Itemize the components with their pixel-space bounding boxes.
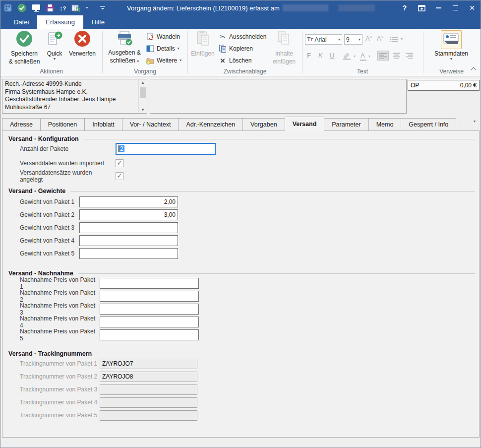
titlebar: ↕? ▾ Vorgang ändern: Lieferschein (LI210… bbox=[0, 0, 481, 15]
font-color-button[interactable]: A bbox=[361, 52, 365, 59]
bold-button[interactable]: F bbox=[307, 52, 311, 59]
save-icon[interactable] bbox=[46, 4, 54, 12]
highlight-button[interactable] bbox=[342, 52, 353, 62]
qat-dropdown-icon[interactable]: ▾ bbox=[86, 6, 88, 10]
qat-customize-icon[interactable] bbox=[100, 5, 105, 10]
address-scrollbar[interactable]: ▲ ▼ bbox=[138, 79, 147, 113]
nachnahme-paket-4-input[interactable] bbox=[100, 317, 199, 327]
versanddaten-importiert-row: Versanddaten wurden importiert ✓ bbox=[20, 157, 123, 169]
op-value: 0,00 € bbox=[460, 82, 477, 89]
group-caption-text: Text bbox=[302, 68, 423, 75]
tracking-row: Trackingnummer von Paket 5 bbox=[20, 409, 197, 421]
loeschen-button[interactable]: ✕ Löschen bbox=[219, 57, 251, 64]
weitere-button[interactable]: Weitere ▾ bbox=[146, 57, 181, 64]
tab-versand[interactable]: Versand bbox=[285, 117, 325, 131]
gewicht-paket-2-input[interactable] bbox=[79, 209, 178, 220]
minimize-button[interactable] bbox=[430, 0, 447, 15]
tab-vorgaben[interactable]: Vorgaben bbox=[242, 118, 285, 131]
gewicht-paket-4-input[interactable] bbox=[79, 235, 178, 246]
folder-plus-icon bbox=[146, 57, 154, 64]
details-icon bbox=[146, 45, 154, 53]
versanddaten-importiert-checkbox[interactable]: ✓ bbox=[116, 159, 123, 167]
versand-panel: Versand - Konfiguration Anzahl der Paket… bbox=[2, 130, 480, 438]
tab-adr-kennzeichen[interactable]: Adr.-Kennzeichen bbox=[178, 118, 243, 131]
versanddatensaetze-angelegt-checkbox[interactable]: ✓ bbox=[116, 172, 123, 180]
address-text: Rech.-Adresse 49999-Kunde Firma Systemha… bbox=[2, 79, 138, 113]
inhalte-einfuegen-button[interactable]: Inhalte einfügen bbox=[269, 30, 299, 65]
table-refresh-icon[interactable] bbox=[71, 4, 80, 12]
close-button[interactable]: ✕ bbox=[464, 0, 481, 15]
nachnahme-row: Nachnahme Preis von Paket 1 bbox=[20, 277, 199, 289]
tracking-row: Trackingnummer von Paket 3 bbox=[20, 384, 197, 395]
save-close-icon bbox=[16, 30, 33, 49]
tab-vor-nachtext[interactable]: Vor- / Nachtext bbox=[122, 118, 179, 131]
nachnahme-row: Nachnahme Preis von Paket 3 bbox=[20, 303, 199, 315]
confirm-icon[interactable] bbox=[17, 3, 26, 12]
menu-tab-erfassung[interactable]: Erfassung bbox=[37, 15, 83, 29]
tab-positionen[interactable]: Positionen bbox=[40, 118, 85, 131]
kopieren-button[interactable]: Kopieren bbox=[219, 45, 253, 53]
einfuegen-button[interactable]: Einfügen bbox=[189, 30, 217, 57]
tab-parameter[interactable]: Parameter bbox=[324, 118, 368, 131]
italic-button[interactable]: K bbox=[318, 52, 323, 59]
font-icon: Tr bbox=[307, 36, 313, 43]
list-button[interactable] bbox=[390, 36, 398, 45]
window-title: Vorgang ändern: Lieferschein (LI2100019)… bbox=[127, 4, 280, 12]
tab-gesperrt-info[interactable]: Gesperrt / Info bbox=[401, 118, 456, 131]
gewicht-paket-1-input[interactable] bbox=[79, 196, 178, 207]
tracking-paket-5-input bbox=[100, 410, 197, 421]
verwerfen-button[interactable]: Verwerfen bbox=[64, 30, 101, 57]
copy-icon bbox=[219, 45, 227, 53]
ausgeben-schliessen-button[interactable]: Ausgeben & schließen ▾ bbox=[107, 30, 142, 64]
tab-overflow-icon[interactable]: ▾ bbox=[474, 119, 476, 124]
discard-icon bbox=[74, 30, 91, 49]
nachnahme-paket-1-input[interactable] bbox=[100, 278, 199, 289]
paste-icon bbox=[195, 30, 210, 49]
dock-window-button[interactable] bbox=[413, 0, 430, 15]
font-color-dropdown-icon[interactable]: ▾ bbox=[368, 55, 370, 59]
menu-tab-datei[interactable]: Datei bbox=[5, 15, 37, 29]
save-close-button[interactable]: Speichern & schließen bbox=[4, 30, 44, 65]
anzahl-pakete-input[interactable]: 2 bbox=[116, 143, 216, 155]
grow-font-button[interactable]: A˄ bbox=[365, 35, 372, 42]
help-button[interactable]: ? bbox=[396, 0, 413, 15]
align-center-button[interactable] bbox=[391, 51, 402, 61]
ausschneiden-button[interactable]: ✂ Ausschneiden bbox=[219, 33, 266, 41]
redacted-time bbox=[338, 4, 375, 11]
gewicht-paket-5-input[interactable] bbox=[79, 248, 178, 259]
list-dropdown-icon[interactable]: ▾ bbox=[401, 37, 403, 41]
stammdaten-button[interactable]: Stammdaten ▾ bbox=[431, 30, 472, 61]
section-gewichte-header: Versand - Gewichte bbox=[2, 187, 475, 195]
details-button[interactable]: Details ▾ bbox=[146, 45, 180, 53]
scroll-thumb[interactable] bbox=[140, 87, 146, 98]
tab-memo[interactable]: Memo bbox=[368, 118, 402, 131]
nachnahme-paket-2-input[interactable] bbox=[100, 291, 199, 302]
redacted-date bbox=[283, 4, 328, 11]
scroll-up-icon[interactable]: ▲ bbox=[139, 80, 147, 85]
nachnahme-row: Nachnahme Preis von Paket 5 bbox=[20, 329, 199, 341]
font-name-select[interactable]: Tr Arial ▾ bbox=[305, 34, 342, 45]
wandeln-button[interactable]: Wandeln bbox=[146, 33, 180, 41]
nachnahme-paket-3-input[interactable] bbox=[100, 304, 199, 315]
nachnahme-paket-5-input[interactable] bbox=[100, 329, 199, 340]
quick-access-toolbar: ↕? ▾ bbox=[0, 3, 105, 12]
underline-button[interactable]: U bbox=[330, 52, 334, 59]
highlight-dropdown-icon[interactable]: ▾ bbox=[354, 55, 356, 59]
tab-adresse[interactable]: Adresse bbox=[2, 118, 41, 131]
maximize-button[interactable] bbox=[447, 0, 464, 15]
gewicht-paket-3-input[interactable] bbox=[79, 222, 178, 233]
monitor-icon[interactable] bbox=[32, 4, 41, 12]
ribbon-group-vorgang: Ausgeben & schließen ▾ Wandeln Details ▾… bbox=[103, 29, 187, 76]
menu-tab-hilfe[interactable]: Hilfe bbox=[83, 15, 113, 29]
selected-text: 2 bbox=[118, 145, 124, 152]
align-right-button[interactable] bbox=[404, 51, 415, 61]
op-box: OP 0,00 € bbox=[408, 80, 480, 91]
font-size-select[interactable]: 9 ▾ bbox=[344, 34, 362, 45]
section-tracking-header: Versand - Trackingnummern bbox=[2, 350, 475, 358]
scroll-down-icon[interactable]: ▼ bbox=[139, 108, 147, 112]
tab-infoblatt[interactable]: Infoblatt bbox=[84, 118, 122, 131]
align-left-button[interactable] bbox=[377, 51, 389, 61]
quick-button[interactable]: Quick ▾ bbox=[45, 30, 64, 61]
resize-help-icon[interactable]: ↕? bbox=[60, 4, 66, 12]
shrink-font-button[interactable]: A˅ bbox=[377, 35, 383, 42]
